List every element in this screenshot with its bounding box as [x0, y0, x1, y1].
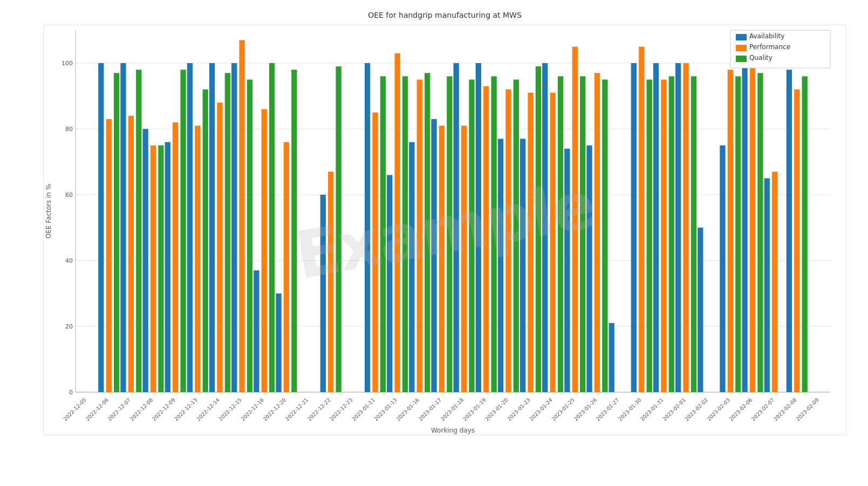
svg-rect-71 — [425, 73, 430, 392]
svg-rect-94 — [550, 93, 556, 392]
svg-rect-23 — [120, 63, 126, 392]
svg-rect-31 — [165, 142, 170, 392]
svg-rect-32 — [173, 122, 178, 392]
svg-rect-83 — [491, 76, 496, 392]
svg-rect-107 — [631, 63, 637, 392]
svg-rect-117 — [691, 76, 696, 392]
svg-rect-127 — [757, 73, 763, 392]
svg-text:80: 80 — [65, 126, 73, 133]
svg-rect-35 — [187, 63, 193, 392]
svg-rect-133 — [794, 90, 799, 392]
svg-rect-81 — [476, 63, 481, 392]
svg-rect-21 — [114, 73, 119, 392]
svg-rect-134 — [802, 76, 808, 392]
chart-title: OEE for handgrip manufacturing at MWS — [43, 11, 846, 19]
svg-rect-129 — [764, 179, 770, 393]
svg-rect-47 — [254, 270, 259, 392]
svg-rect-77 — [454, 63, 459, 392]
svg-rect-132 — [787, 70, 792, 392]
svg-rect-43 — [231, 63, 237, 392]
svg-text:20: 20 — [65, 323, 73, 330]
svg-rect-52 — [284, 142, 289, 392]
svg-rect-41 — [225, 73, 230, 392]
svg-text:40: 40 — [65, 257, 73, 264]
svg-rect-48 — [262, 109, 267, 392]
svg-rect-108 — [639, 47, 644, 393]
svg-rect-140 — [736, 45, 747, 51]
svg-rect-91 — [536, 66, 541, 392]
svg-rect-75 — [447, 76, 452, 392]
svg-rect-121 — [720, 146, 725, 393]
svg-text:60: 60 — [65, 191, 73, 198]
svg-rect-99 — [580, 76, 585, 392]
svg-rect-82 — [483, 86, 489, 392]
chart-container: OEE for handgrip manufacturing at MWS Ex… — [0, 0, 868, 486]
svg-rect-33 — [180, 70, 186, 392]
svg-rect-101 — [586, 146, 592, 393]
svg-rect-130 — [772, 172, 777, 392]
svg-rect-63 — [380, 76, 386, 392]
svg-rect-116 — [683, 63, 688, 392]
svg-rect-27 — [142, 129, 148, 392]
svg-rect-58 — [336, 66, 341, 392]
svg-rect-39 — [209, 63, 215, 392]
svg-rect-112 — [661, 80, 666, 393]
svg-rect-138 — [736, 34, 747, 40]
svg-rect-98 — [572, 47, 578, 393]
svg-rect-90 — [528, 93, 533, 392]
svg-text:Quality: Quality — [749, 54, 773, 61]
svg-rect-29 — [158, 146, 163, 393]
svg-rect-105 — [609, 323, 614, 392]
svg-rect-57 — [328, 172, 333, 392]
svg-rect-20 — [106, 119, 112, 392]
svg-rect-89 — [520, 139, 525, 392]
svg-rect-51 — [276, 293, 281, 392]
svg-rect-122 — [728, 70, 733, 392]
svg-rect-65 — [387, 175, 392, 392]
svg-rect-66 — [394, 53, 400, 392]
svg-rect-53 — [291, 70, 297, 392]
svg-rect-70 — [417, 80, 422, 393]
svg-rect-61 — [365, 63, 370, 392]
svg-rect-86 — [505, 90, 511, 392]
svg-rect-125 — [742, 63, 747, 392]
svg-rect-97 — [564, 149, 570, 392]
svg-text:0: 0 — [69, 389, 73, 396]
svg-rect-109 — [647, 80, 652, 393]
svg-rect-28 — [151, 146, 156, 393]
svg-rect-24 — [128, 116, 134, 392]
svg-rect-44 — [239, 40, 244, 392]
svg-rect-103 — [602, 80, 607, 393]
svg-rect-95 — [558, 76, 563, 392]
svg-text:Working days: Working days — [431, 427, 475, 434]
svg-rect-78 — [461, 126, 467, 392]
svg-rect-85 — [498, 139, 503, 392]
svg-rect-111 — [653, 63, 659, 392]
svg-text:Availability: Availability — [749, 32, 784, 40]
svg-rect-113 — [669, 76, 674, 392]
svg-rect-45 — [247, 80, 252, 393]
svg-rect-73 — [431, 119, 436, 392]
svg-rect-25 — [136, 70, 141, 392]
svg-rect-37 — [203, 90, 208, 392]
svg-text:Performance: Performance — [749, 43, 790, 51]
svg-rect-142 — [736, 56, 747, 62]
chart-area: Example 020406080100OEE Factors in %Work… — [43, 25, 846, 435]
svg-rect-67 — [402, 76, 408, 392]
svg-rect-102 — [594, 73, 600, 392]
svg-rect-36 — [195, 126, 200, 392]
svg-rect-62 — [372, 113, 378, 393]
svg-rect-79 — [469, 80, 474, 393]
svg-rect-56 — [320, 195, 326, 392]
svg-rect-115 — [675, 63, 681, 392]
svg-text:100: 100 — [61, 60, 73, 67]
svg-rect-19 — [98, 63, 104, 392]
svg-rect-126 — [750, 53, 755, 392]
svg-rect-93 — [542, 63, 548, 392]
svg-rect-74 — [439, 126, 445, 392]
svg-text:OEE Factors in %: OEE Factors in % — [45, 184, 52, 238]
svg-rect-119 — [698, 228, 703, 392]
svg-rect-69 — [409, 142, 414, 392]
svg-rect-40 — [217, 102, 222, 392]
svg-rect-49 — [269, 63, 275, 392]
